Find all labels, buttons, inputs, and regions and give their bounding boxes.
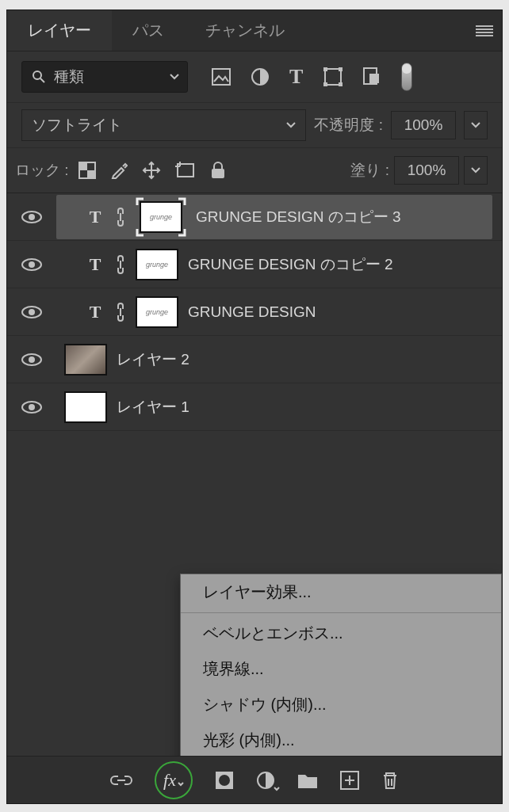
link-icon <box>115 301 126 323</box>
layer-thumbnail: grunge <box>136 296 178 328</box>
visibility-toggle[interactable] <box>7 336 56 383</box>
blend-mode-value: ソフトライト <box>32 115 122 135</box>
add-layer-style-button[interactable]: fx <box>155 761 193 799</box>
search-icon <box>32 70 46 84</box>
tab-layers[interactable]: レイヤー <box>7 10 112 51</box>
chevron-down-icon <box>170 74 179 80</box>
fx-menu-bevel-emboss[interactable]: ベベルとエンボス... <box>181 616 501 651</box>
filter-kind-label: 種類 <box>54 67 162 87</box>
svg-point-23 <box>29 261 35 268</box>
svg-point-29 <box>29 404 35 410</box>
panel-tab-row: レイヤー パス チャンネル <box>7 10 502 51</box>
chevron-down-icon <box>286 122 296 128</box>
svg-rect-5 <box>323 67 327 71</box>
layer-list: T grunge GRUNGE DESIGN のコピー 3 T grunge <box>7 193 502 756</box>
text-layer-icon: T <box>85 302 105 322</box>
filter-smartobject-icon[interactable] <box>363 67 381 86</box>
lock-artboard-icon[interactable] <box>175 162 196 179</box>
chevron-down-icon <box>178 782 184 787</box>
fill-dropdown[interactable] <box>464 156 488 185</box>
link-icon <box>115 206 126 228</box>
svg-rect-10 <box>369 74 379 83</box>
text-layer-icon: T <box>85 207 105 227</box>
svg-rect-19 <box>212 169 224 178</box>
fill-label: 塗り : <box>350 160 389 181</box>
add-mask-icon[interactable] <box>215 771 234 790</box>
tab-paths[interactable]: パス <box>112 10 185 51</box>
visibility-toggle[interactable] <box>7 241 56 288</box>
fx-icon: fx <box>163 770 176 791</box>
delete-layer-icon[interactable] <box>381 771 399 790</box>
fx-menu-stroke[interactable]: 境界線... <box>181 651 501 687</box>
link-icon <box>115 254 126 276</box>
filter-pixel-icon[interactable] <box>212 68 231 86</box>
fx-menu-inner-glow[interactable]: 光彩 (内側)... <box>181 722 501 756</box>
filter-kind-select[interactable]: 種類 <box>21 61 188 93</box>
layer-row[interactable]: T grunge GRUNGE DESIGN のコピー 2 <box>7 241 502 288</box>
lock-brush-icon[interactable] <box>110 162 128 179</box>
svg-rect-6 <box>339 67 343 71</box>
layer-name: GRUNGE DESIGN <box>188 303 316 321</box>
svg-rect-12 <box>79 162 87 170</box>
filter-type-icon[interactable]: T <box>289 65 303 89</box>
fx-context-menu: レイヤー効果... ベベルとエンボス... 境界線... シャドウ (内側)..… <box>180 574 502 756</box>
tab-channels[interactable]: チャンネル <box>185 10 305 51</box>
layer-row[interactable]: レイヤー 1 <box>7 383 502 431</box>
add-layer-icon[interactable] <box>340 771 359 790</box>
blend-row: ソフトライト 不透明度 : 100% <box>7 103 502 148</box>
layer-name: GRUNGE DESIGN のコピー 2 <box>188 254 393 275</box>
selection-corners-icon <box>136 197 186 237</box>
layers-panel: レイヤー パス チャンネル 種類 T ソフトライト 不透明度 : 100% <box>6 10 503 804</box>
add-group-icon[interactable] <box>297 772 318 789</box>
filter-type-icons: T <box>212 63 412 91</box>
layer-name: レイヤー 2 <box>117 349 189 370</box>
layer-name: GRUNGE DESIGN のコピー 3 <box>196 207 401 227</box>
opacity-value[interactable]: 100% <box>391 111 456 139</box>
svg-point-27 <box>29 356 35 363</box>
fx-menu-layer-effects[interactable]: レイヤー効果... <box>181 574 501 610</box>
filter-row: 種類 T <box>7 51 502 103</box>
visibility-toggle[interactable] <box>7 193 56 240</box>
layer-name: レイヤー 1 <box>117 397 189 417</box>
visibility-toggle[interactable] <box>7 288 56 335</box>
layer-thumbnail <box>64 391 107 423</box>
fx-menu-inner-shadow[interactable]: シャドウ (内側)... <box>181 687 501 722</box>
layer-thumbnail <box>64 344 107 376</box>
svg-line-1 <box>40 78 44 82</box>
filter-adjustment-icon[interactable] <box>251 68 269 86</box>
layer-panel-bottom-bar: fx <box>7 756 502 803</box>
text-layer-icon: T <box>85 254 105 275</box>
blend-mode-select[interactable]: ソフトライト <box>21 109 306 141</box>
svg-rect-2 <box>212 69 230 85</box>
opacity-label: 不透明度 : <box>314 115 383 135</box>
fill-value[interactable]: 100% <box>394 156 459 185</box>
svg-point-25 <box>29 309 35 315</box>
filter-toggle[interactable] <box>401 63 412 91</box>
add-adjustment-icon[interactable] <box>256 771 275 790</box>
svg-point-31 <box>219 775 230 786</box>
svg-rect-7 <box>323 82 327 86</box>
visibility-toggle[interactable] <box>7 383 56 430</box>
layer-row[interactable]: レイヤー 2 <box>7 336 502 383</box>
layer-row[interactable]: T grunge GRUNGE DESIGN <box>7 288 502 336</box>
link-layers-icon[interactable] <box>110 774 132 787</box>
layer-row[interactable]: T grunge GRUNGE DESIGN のコピー 3 <box>7 193 502 241</box>
svg-rect-13 <box>87 170 95 178</box>
layer-thumbnail: grunge <box>136 249 178 280</box>
svg-point-0 <box>33 71 41 79</box>
lock-label: ロック : <box>15 160 69 181</box>
lock-all-icon[interactable] <box>210 162 226 179</box>
opacity-dropdown[interactable] <box>464 111 488 139</box>
svg-rect-8 <box>339 82 343 86</box>
panel-menu-icon[interactable] <box>467 10 502 51</box>
filter-shape-icon[interactable] <box>323 67 343 86</box>
lock-row: ロック : 塗り : 100% <box>7 148 502 193</box>
svg-point-21 <box>29 214 35 220</box>
lock-position-icon[interactable] <box>142 161 161 180</box>
lock-transparency-icon[interactable] <box>78 162 96 179</box>
